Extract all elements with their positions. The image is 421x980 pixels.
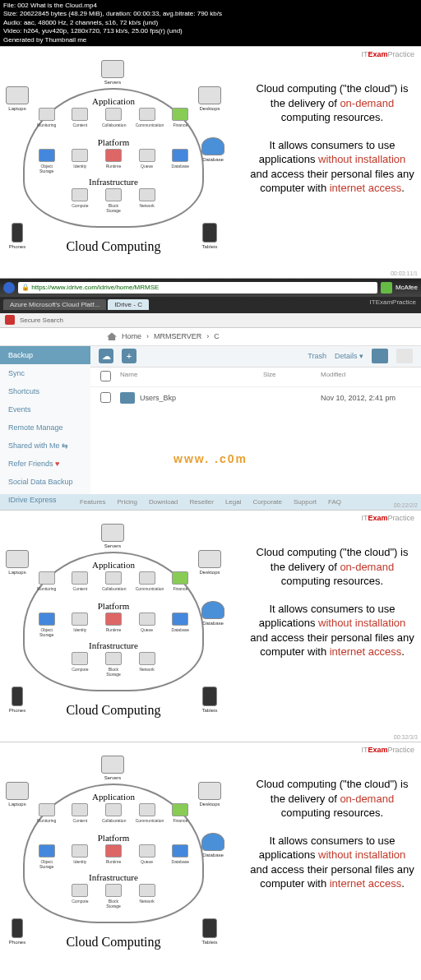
video-metadata: File: 002 What is the Cloud.mp4 Size: 20… bbox=[0, 0, 421, 46]
footer-faq[interactable]: FAQ bbox=[328, 498, 341, 506]
sidebar-item-refer[interactable]: Refer Friends ♥ bbox=[0, 455, 90, 473]
thumbnail-3: ITExamPractice Servers Laptops Desktops … bbox=[0, 510, 421, 742]
platform-row: Object Storage Identity Runtime Queue Da… bbox=[25, 149, 202, 173]
app-row: Monitoring Content Collaboration Communi… bbox=[25, 108, 202, 127]
thumbnail-1: ITExamPractice Servers Laptops Desktops … bbox=[0, 46, 421, 278]
browser-titlebar: 🔒 https://www.idrive.com/idrive/home/MRM… bbox=[0, 279, 421, 297]
brand-logo: ITExamPractice bbox=[361, 50, 414, 58]
crumb-home[interactable]: Home bbox=[122, 332, 141, 340]
meta-video: Video: h264, yuv420p, 1280x720, 713 kb/s… bbox=[3, 27, 418, 35]
tab-azure[interactable]: Azure Microsoft's Cloud Platf... bbox=[3, 299, 106, 310]
row-checkbox[interactable] bbox=[100, 392, 111, 403]
sidebar-item-events[interactable]: Events bbox=[0, 400, 90, 418]
timestamp-2: 00:22/2/2 bbox=[394, 502, 418, 508]
file-modified: Nov 10, 2012, 2:41 pm bbox=[321, 394, 411, 402]
layer-platform: Platform bbox=[25, 137, 202, 147]
footer-download[interactable]: Download bbox=[149, 498, 178, 506]
col-modified[interactable]: Modified bbox=[321, 371, 411, 383]
sidebar-item-social[interactable]: Social Data Backup bbox=[0, 473, 90, 491]
servers-icon: Servers bbox=[95, 60, 130, 85]
meta-audio: Audio: aac, 48000 Hz, 2 channels, s16, 7… bbox=[3, 19, 418, 27]
thumbnail-4: ITExamPractice Servers Laptops Desktops … bbox=[0, 742, 421, 980]
table-row[interactable]: Users_Bkp Nov 10, 2012, 2:41 pm bbox=[90, 387, 421, 409]
meta-file: File: 002 What is the Cloud.mp4 bbox=[3, 2, 418, 10]
brand-logo: ITExamPractice bbox=[370, 298, 416, 306]
sidebar-item-shortcuts[interactable]: Shortcuts bbox=[0, 382, 90, 400]
tab-idrive[interactable]: IDrive - C bbox=[108, 299, 149, 310]
sidebar-item-backup[interactable]: Backup bbox=[0, 346, 90, 364]
cloud-diagram: Servers Laptops Desktops Database Phones… bbox=[7, 527, 220, 733]
url-input[interactable]: 🔒 https://www.idrive.com/idrive/home/MRM… bbox=[18, 282, 377, 294]
add-button[interactable]: + bbox=[122, 349, 136, 363]
breadcrumb: Home› MRMSERVER› C bbox=[0, 328, 421, 346]
footer-legal[interactable]: Legal bbox=[225, 498, 242, 506]
crumb-c[interactable]: C bbox=[214, 332, 220, 340]
timestamp-1: 00:03:11/1 bbox=[391, 270, 418, 276]
home-icon[interactable] bbox=[107, 332, 117, 340]
file-name: Users_Bkp bbox=[140, 394, 176, 402]
footer-pricing[interactable]: Pricing bbox=[118, 498, 137, 506]
timestamp-3: 00:32/3/3 bbox=[394, 734, 418, 740]
footer-reseller[interactable]: Reseller bbox=[190, 498, 214, 506]
meta-size: Size: 20622845 bytes (48.29 MiB), durati… bbox=[3, 10, 418, 18]
select-all-checkbox[interactable] bbox=[100, 371, 111, 381]
col-name[interactable]: Name bbox=[120, 371, 263, 383]
secure-search[interactable]: Secure Search bbox=[20, 317, 63, 324]
footer-features[interactable]: Features bbox=[80, 498, 106, 506]
footer-support[interactable]: Support bbox=[294, 498, 317, 506]
sidebar: Backup Sync Shortcuts Events Remote Mana… bbox=[0, 346, 90, 494]
sidebar-item-shared[interactable]: Shared with Me ⇆ bbox=[0, 437, 90, 455]
refresh-button[interactable] bbox=[381, 282, 392, 294]
slide-text: Cloud computing ("the cloud") is the del… bbox=[250, 545, 414, 673]
heart-icon: ♥ bbox=[55, 460, 59, 468]
upload-button[interactable]: ☁ bbox=[99, 349, 113, 363]
brand-logo: ITExamPractice bbox=[361, 746, 414, 754]
trash-link[interactable]: Trash bbox=[308, 352, 326, 360]
list-view-button[interactable] bbox=[372, 349, 388, 363]
table-header: Name Size Modified bbox=[90, 368, 421, 387]
cloud-diagram: Servers Laptops Desktops Database Phones… bbox=[7, 63, 220, 269]
slide-text: Cloud computing ("the cloud") is the del… bbox=[250, 81, 414, 209]
toolbar: ☁ + Trash Details ▾ bbox=[90, 346, 421, 368]
grid-view-button[interactable] bbox=[396, 349, 413, 363]
brand-logo: ITExamPractice bbox=[361, 514, 414, 522]
file-content: ☁ + Trash Details ▾ Name Size Modified U… bbox=[90, 346, 421, 494]
sidebar-item-sync[interactable]: Sync bbox=[0, 364, 90, 382]
layer-infrastructure: Infrastructure bbox=[25, 177, 202, 187]
cloud-outline: Application Monitoring Content Collabora… bbox=[23, 88, 204, 228]
crumb-server[interactable]: MRMSERVER bbox=[154, 332, 201, 340]
sidebar-item-express[interactable]: IDrive Express bbox=[0, 491, 90, 509]
col-size[interactable]: Size bbox=[263, 371, 321, 383]
diagram-caption: Cloud Computing bbox=[7, 239, 220, 254]
slide-text: Cloud computing ("the cloud") is the del… bbox=[250, 777, 414, 904]
security-bar: Secure Search bbox=[0, 313, 421, 328]
mcafee-badge: McAfee bbox=[396, 284, 418, 291]
sidebar-item-remote[interactable]: Remote Manage bbox=[0, 418, 90, 437]
tab-bar: Azure Microsoft's Cloud Platf... IDrive … bbox=[0, 297, 421, 313]
browser-icon bbox=[3, 282, 15, 294]
footer-corporate[interactable]: Corporate bbox=[252, 498, 282, 506]
share-icon: ⇆ bbox=[62, 441, 68, 450]
details-link[interactable]: Details ▾ bbox=[335, 352, 363, 360]
cloud-diagram: Servers Laptops Desktops Database Phones… bbox=[7, 759, 220, 964]
meta-gen: Generated by Thumbnail me bbox=[3, 36, 418, 44]
infra-row: Compute Block Storage Network bbox=[25, 188, 202, 213]
shield-icon bbox=[5, 315, 15, 325]
thumbnail-2-browser: ITExamPractice 🔒 https://www.idrive.com/… bbox=[0, 278, 421, 510]
layer-application: Application bbox=[25, 96, 202, 106]
watermark: www. .c0m bbox=[173, 452, 248, 465]
folder-icon bbox=[120, 392, 135, 404]
